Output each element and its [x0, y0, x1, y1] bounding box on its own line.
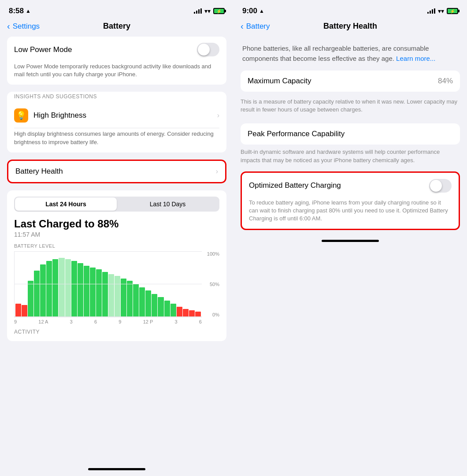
time-tabs[interactable]: Last 24 Hours Last 10 Days	[14, 197, 219, 212]
right-status-icons: ▾▾ ⚡	[427, 7, 458, 15]
signal-bar-1	[194, 12, 195, 14]
r-signal-bar-1	[427, 12, 429, 14]
battery-health-link-row[interactable]: Battery Health ›	[8, 161, 225, 182]
right-status-bar: 9:00 ▲ ▾▾ ⚡	[234, 0, 467, 19]
low-power-desc: Low Power Mode temporarily reduces backg…	[7, 63, 226, 85]
signal-bars	[194, 8, 202, 14]
bar-27	[177, 307, 182, 316]
left-phone-panel: 8:58 ▲ ▾▾ ⚡ ‹ Settings Battery	[0, 0, 234, 476]
r-signal-bar-3	[432, 9, 433, 14]
optimized-charging-toggle[interactable]	[429, 179, 452, 193]
battery-health-chevron-icon: ›	[216, 167, 218, 175]
right-signal-bars	[427, 8, 435, 14]
bar-14	[96, 269, 102, 316]
bar-12	[84, 266, 89, 317]
r-signal-bar-4	[434, 8, 435, 14]
insight-item-label: High Brightness	[33, 111, 212, 120]
bar-30	[195, 312, 201, 317]
left-home-indicator	[0, 462, 234, 476]
peak-performance-card: Peak Performance Capability	[241, 123, 460, 145]
right-back-chevron-icon: ‹	[241, 21, 244, 31]
bar-15	[102, 272, 108, 316]
optimized-charging-card: Optimized Battery Charging To reduce bat…	[241, 171, 460, 231]
toggle-knob	[198, 44, 210, 56]
time-text: 8:58	[9, 7, 24, 15]
bar-21	[139, 287, 145, 317]
right-battery-status-icon: ⚡	[447, 8, 458, 14]
left-nav-bar: ‹ Settings Battery	[0, 19, 234, 37]
max-capacity-desc: This is a measure of battery capacity re…	[241, 95, 460, 116]
charged-time: 11:57 AM	[14, 231, 219, 238]
lightning-icon: ⚡	[216, 9, 222, 14]
back-button[interactable]: ‹ Settings	[7, 21, 40, 31]
tab-10d[interactable]: Last 10 Days	[117, 197, 219, 211]
bar-9	[65, 259, 71, 317]
optimized-charging-label: Optimized Battery Charging	[249, 181, 341, 190]
bar-26	[170, 304, 176, 317]
charged-title: Last Charged to 88%	[14, 218, 219, 230]
left-content: Low Power Mode Low Power Mode temporaril…	[0, 37, 234, 462]
brightness-icon: 💡	[14, 108, 28, 123]
bar-18	[121, 279, 126, 316]
optimized-charging-row: Optimized Battery Charging	[242, 173, 459, 199]
peak-performance-label: Peak Performance Capability	[248, 130, 453, 138]
left-status-bar: 8:58 ▲ ▾▾ ⚡	[0, 0, 234, 19]
peak-performance-desc: Built-in dynamic software and hardware s…	[241, 148, 460, 164]
bar-1	[15, 304, 21, 317]
max-capacity-value: 84%	[438, 77, 453, 86]
right-time-text: 9:00	[242, 7, 257, 15]
right-back-button[interactable]: ‹ Battery	[241, 21, 270, 31]
battery-status-icon: ⚡	[213, 8, 225, 14]
insight-item-desc: High display brightness consumes large a…	[7, 128, 226, 152]
bar-19	[127, 281, 133, 317]
learn-more-link[interactable]: Learn more...	[396, 55, 435, 62]
right-page-title: Battery Health	[323, 22, 377, 31]
insights-label: INSIGHTS AND SUGGESTIONS	[7, 93, 226, 103]
insights-row[interactable]: 💡 High Brightness ›	[7, 103, 226, 128]
gridline-top	[15, 251, 202, 252]
bar-11	[78, 263, 83, 317]
signal-bar-2	[196, 11, 197, 14]
chart-y-labels: 100% 50% 0%	[204, 251, 219, 317]
tab-24h[interactable]: Last 24 Hours	[15, 197, 117, 211]
right-phone-panel: 9:00 ▲ ▾▾ ⚡ ‹ Battery Battery Health Pho…	[234, 0, 467, 476]
chart-x-labels: 9 12 A 3 6 9 12 P 3 6	[14, 319, 202, 324]
right-time: 9:00 ▲	[242, 7, 264, 15]
bar-2	[22, 305, 27, 317]
low-power-label: Low Power Mode	[14, 45, 72, 54]
bar-17	[115, 276, 120, 316]
bar-8	[59, 258, 64, 317]
bar-4	[34, 271, 40, 316]
insights-section: INSIGHTS AND SUGGESTIONS 💡 High Brightne…	[7, 92, 226, 152]
bar-20	[133, 284, 139, 317]
low-power-section: Low Power Mode Low Power Mode temporaril…	[7, 37, 226, 85]
battery-health-intro: Phone batteries, like all rechargeable b…	[234, 37, 467, 71]
signal-bar-3	[198, 9, 200, 14]
bar-10	[71, 261, 77, 317]
bar-6	[46, 261, 52, 317]
max-capacity-label: Maximum Capacity	[248, 77, 311, 86]
back-label: Settings	[13, 22, 40, 31]
left-status-icons: ▾▾ ⚡	[194, 7, 225, 15]
optimized-toggle-knob	[430, 180, 442, 192]
right-nav-bar: ‹ Battery Battery Health	[234, 19, 467, 37]
optimized-charging-desc: To reduce battery aging, iPhone learns f…	[242, 199, 459, 229]
low-power-row: Low Power Mode	[7, 37, 226, 63]
right-home-bar	[322, 240, 379, 242]
activity-label: ACTIVITY	[14, 329, 219, 335]
right-wifi-icon: ▾▾	[438, 7, 444, 15]
r-signal-bar-2	[430, 11, 431, 14]
bulb-icon: 💡	[16, 111, 26, 120]
bar-7	[52, 259, 58, 317]
chart-section: Last 24 Hours Last 10 Days Last Charged …	[7, 190, 226, 341]
bar-24	[158, 297, 163, 317]
right-home-indicator	[234, 234, 467, 248]
battery-health-row[interactable]: Battery Health ›	[7, 160, 226, 183]
page-title: Battery	[103, 22, 130, 31]
location-icon: ▲	[26, 8, 31, 14]
home-bar	[88, 468, 145, 470]
low-power-toggle[interactable]	[197, 43, 219, 56]
bar-29	[189, 310, 195, 317]
battery-health-label: Battery Health	[15, 167, 63, 176]
bar-3	[28, 281, 33, 317]
